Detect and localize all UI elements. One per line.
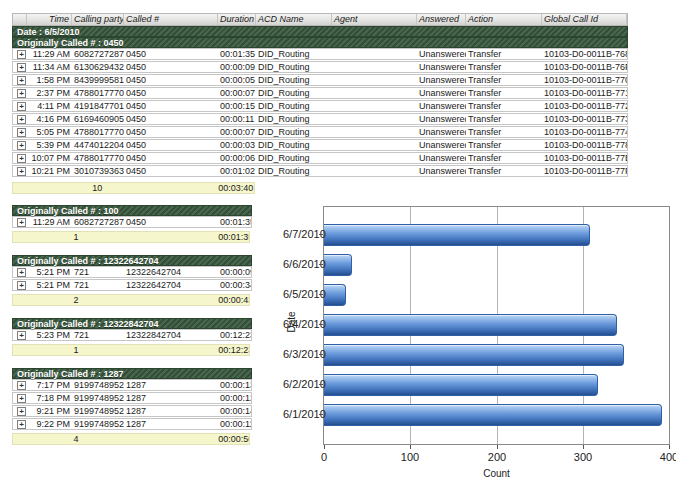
bar-6-6-2010[interactable]	[324, 254, 352, 276]
table-row[interactable]: +5:39 PM4474012204045000:00:03DID_Routin…	[12, 139, 628, 151]
y-tick-mark	[319, 414, 323, 415]
cell-answered: Unanswered	[417, 140, 466, 150]
expander-cell: +	[13, 49, 27, 59]
expand-row-button[interactable]: +	[17, 420, 26, 429]
x-tick-mark	[324, 445, 325, 449]
table-row[interactable]: +10:07 PM4788017770045000:00:06DID_Routi…	[12, 152, 628, 164]
x-tick-label-0: 0	[304, 451, 344, 463]
table-row[interactable]: +11:34 AM6130629432045000:00:09DID_Routi…	[12, 61, 628, 73]
calls-by-date-bar-chart: Date 6/7/20106/6/20106/5/20106/4/20106/3…	[283, 200, 675, 485]
group-summary-row: 200:00:43	[12, 294, 250, 306]
cell-duration: 00:00:12	[218, 393, 251, 403]
cell-called: 0450	[124, 153, 218, 163]
table-row[interactable]: +7:18 PM9199748952128700:00:12	[12, 392, 252, 404]
table-row[interactable]: +11:29 AM6082727287045000:01:35	[12, 216, 252, 228]
table-row[interactable]: +9:21 PM9199748952128700:00:14	[12, 405, 252, 417]
table-row[interactable]: +4:11 PM4191847701045000:00:15DID_Routin…	[12, 100, 628, 112]
expand-row-button[interactable]: +	[17, 115, 26, 124]
cell-calling_party: 721	[72, 267, 124, 277]
bar-6-4-2010[interactable]	[324, 314, 617, 336]
cell-action: Transfer	[466, 62, 542, 72]
expand-row-button[interactable]: +	[17, 154, 26, 163]
cell-calling_party: 6082727287	[72, 49, 124, 59]
expand-row-button[interactable]: +	[17, 407, 26, 416]
table-row[interactable]: +11:29 AM6082727287045000:01:35DID_Routi…	[12, 48, 628, 60]
cell-answered: Unanswered	[417, 62, 466, 72]
cell-time: 5:39 PM	[27, 140, 72, 150]
expand-row-button[interactable]: +	[17, 128, 26, 137]
expand-row-button[interactable]: +	[17, 50, 26, 59]
cell-duration: 00:00:09	[218, 267, 251, 277]
cell-action: Transfer	[466, 114, 542, 124]
group-summary-row: 100:01:35	[12, 231, 250, 243]
table-row[interactable]: +2:37 PM4788017770045000:00:07DID_Routin…	[12, 87, 628, 99]
originally-called-band: Originally Called # : 12322642704	[12, 255, 252, 266]
table-row[interactable]: +5:23 PM7211232284270400:12:23	[12, 329, 252, 341]
expander-cell: +	[13, 62, 27, 72]
table-row[interactable]: +10:21 PM3010739363045000:01:02DID_Routi…	[12, 165, 628, 177]
cell-time: 9:22 PM	[27, 419, 72, 429]
expand-row-button[interactable]: +	[17, 167, 26, 176]
bar-6-7-2010[interactable]	[324, 224, 590, 246]
cell-time: 5:23 PM	[27, 330, 72, 340]
cell-duration: 00:00:07	[218, 127, 256, 137]
expand-row-button[interactable]: +	[17, 268, 26, 277]
cell-calling_party: 9199748952	[72, 419, 124, 429]
expand-row-button[interactable]: +	[17, 218, 26, 227]
cell-time: 2:37 PM	[27, 88, 72, 98]
bar-6-5-2010[interactable]	[324, 284, 346, 306]
cell-global_call_id: 10103-D0-0011B-77E	[542, 153, 627, 163]
table-row[interactable]: +5:05 PM4788017770045000:00:07DID_Routin…	[12, 126, 628, 138]
cell-action: Transfer	[466, 153, 542, 163]
expand-row-button[interactable]: +	[17, 394, 26, 403]
summary-call-count: 10	[72, 183, 124, 193]
cell-calling_party: 4191847701	[72, 101, 124, 111]
expander-cell: +	[13, 114, 27, 124]
originally-called-band-0450: Originally Called # : 0450	[12, 37, 628, 48]
cell-duration: 00:00:13	[218, 380, 251, 390]
y-tick-label-6-2-2010: 6/2/2010	[283, 378, 319, 390]
cell-time: 5:21 PM	[27, 267, 72, 277]
cell-duration: 00:00:05	[218, 75, 256, 85]
y-tick-label-6-3-2010: 6/3/2010	[283, 348, 319, 360]
column-header-calling-party: Calling party #	[72, 14, 124, 25]
table-row[interactable]: +9:22 PM9199748952128700:00:11	[12, 418, 252, 430]
y-tick-label-6-4-2010: 6/4/2010	[283, 318, 319, 330]
expand-row-button[interactable]: +	[17, 89, 26, 98]
cell-time: 11:34 AM	[27, 62, 72, 72]
cell-duration: 00:00:11	[218, 114, 256, 124]
cell-time: 10:21 PM	[27, 166, 72, 176]
x-tick-label-300: 300	[563, 451, 603, 463]
table-row[interactable]: +1:58 PM8439999581045000:00:05DID_Routin…	[12, 74, 628, 86]
table-row[interactable]: +4:16 PM6169460905045000:00:11DID_Routin…	[12, 113, 628, 125]
y-tick-mark	[319, 294, 323, 295]
bar-6-3-2010[interactable]	[324, 344, 624, 366]
expand-row-button[interactable]: +	[17, 281, 26, 290]
group-section: Originally Called # : 1287+7:17 PM919974…	[12, 368, 252, 445]
cell-global_call_id: 10103-D0-0011B-77F	[542, 166, 627, 176]
x-tick-mark	[410, 445, 411, 449]
table-row[interactable]: +5:21 PM7211232264270400:00:09	[12, 266, 252, 278]
cell-action: Transfer	[466, 140, 542, 150]
expander-cell: +	[13, 101, 27, 111]
cell-calling_party: 9199748952	[72, 406, 124, 416]
expander-cell: +	[13, 330, 27, 340]
cell-called: 0450	[124, 166, 218, 176]
x-tick-label-100: 100	[390, 451, 430, 463]
cell-called: 1287	[124, 380, 218, 390]
expand-row-button[interactable]: +	[17, 63, 26, 72]
expand-row-button[interactable]: +	[17, 331, 26, 340]
call-report-grid: TimeCalling party #Called #DurationACD N…	[12, 13, 628, 194]
cell-duration: 00:01:35	[218, 49, 256, 59]
expand-row-button[interactable]: +	[17, 76, 26, 85]
expand-row-button[interactable]: +	[17, 381, 26, 390]
column-header-agent: Agent	[332, 14, 417, 25]
table-row[interactable]: +5:21 PM7211232264270400:00:34	[12, 279, 252, 291]
table-row[interactable]: +7:17 PM9199748952128700:00:13	[12, 379, 252, 391]
bar-6-1-2010[interactable]	[324, 404, 662, 426]
cell-acd_name: DID_Routing	[256, 166, 332, 176]
cell-answered: Unanswered	[417, 101, 466, 111]
expand-row-button[interactable]: +	[17, 102, 26, 111]
expand-row-button[interactable]: +	[17, 141, 26, 150]
bar-6-2-2010[interactable]	[324, 374, 598, 396]
